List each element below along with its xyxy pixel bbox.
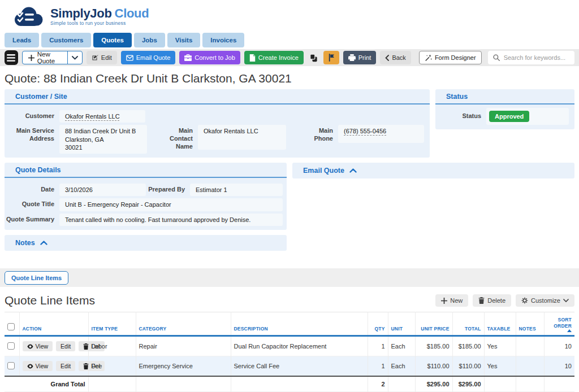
email-quote-section-toggle[interactable]: Email Quote <box>292 163 574 178</box>
cell-category: Repair <box>136 336 231 356</box>
cell-notes <box>516 336 544 356</box>
create-invoice-button[interactable]: Create Invoice <box>244 51 304 64</box>
search-input[interactable] <box>504 54 569 61</box>
sort-ascending-icon <box>567 329 572 332</box>
grand-total-row: Grand Total 2 $295.00 $295.00 <box>5 376 574 392</box>
notes-section-toggle[interactable]: Notes <box>5 235 287 251</box>
brand-name-secondary: Cloud <box>115 6 149 20</box>
printer-icon <box>348 54 356 61</box>
grand-total-label: Grand Total <box>5 376 88 392</box>
new-quote-button[interactable]: New Quote <box>23 51 67 64</box>
copy-button[interactable] <box>308 51 319 64</box>
cell-category: Emergency Service <box>136 356 231 377</box>
edit-row-button[interactable]: Edit <box>56 341 75 351</box>
table-row: View Edit Del Fee Emergency Service Serv… <box>5 356 574 377</box>
quote-summary-label: Quote Summary <box>5 214 59 224</box>
form-designer-button[interactable]: Form Designer <box>419 51 482 64</box>
col-notes: Notes <box>516 312 544 336</box>
view-row-button[interactable]: View <box>23 361 53 371</box>
prepared-by-field: Estimator 1 <box>190 184 283 196</box>
quote-summary-field: Tenant called with no cooling. Fast turn… <box>59 214 283 226</box>
line-items-table: Action Item Type Category Description Qt… <box>5 312 574 392</box>
flag-button[interactable] <box>323 51 339 64</box>
prepared-by-label: Prepared By <box>146 184 190 194</box>
cell-qty: 1 <box>368 356 388 377</box>
cell-taxable: Yes <box>484 356 516 377</box>
nav-tab-customers[interactable]: Customers <box>41 33 91 47</box>
chevron-down-icon <box>563 299 569 302</box>
nav-tab-quotes[interactable]: Quotes <box>93 33 132 47</box>
app-logo: SimplyJobCloud Simple tools to run your … <box>11 4 149 29</box>
contact-name-label: Main Contact Name <box>164 125 198 150</box>
address-field: 88 Indian Creek Dr Unit B Clarkston, GA … <box>59 125 147 154</box>
cell-qty: 1 <box>368 336 388 356</box>
notes-section-title: Notes <box>15 239 35 247</box>
invoice-file-icon <box>249 54 256 62</box>
contact-name-field: Okafor Rentals LLC <box>198 125 286 150</box>
plus-icon <box>28 55 34 61</box>
trash-icon <box>83 343 89 350</box>
new-line-item-button[interactable]: New <box>435 294 468 307</box>
cell-item-type: Labor <box>88 336 136 356</box>
tab-quote-line-items[interactable]: Quote Line Items <box>5 271 68 285</box>
email-quote-button[interactable]: Email Quote <box>121 51 176 64</box>
date-field: 3/10/2026 <box>59 184 146 196</box>
row-checkbox[interactable] <box>7 362 15 369</box>
nav-tab-leads[interactable]: Leads <box>5 33 39 47</box>
select-all-header <box>5 312 19 336</box>
email-quote-section-title: Email Quote <box>303 167 344 175</box>
cell-total: $110.00 <box>452 356 484 377</box>
nav-tab-jobs[interactable]: Jobs <box>134 33 165 47</box>
main-phone-link[interactable]: (678) 555-0456 <box>344 128 386 134</box>
brand-tagline: Simple tools to run your business <box>50 20 149 26</box>
toolbar: New Quote Edit Email Quote Convert to Jo… <box>0 49 579 66</box>
table-header-row: Action Item Type Category Description Qt… <box>5 312 574 336</box>
menu-button[interactable] <box>5 50 18 65</box>
new-quote-split-button: New Quote <box>22 51 83 64</box>
edit-row-button[interactable]: Edit <box>56 361 75 371</box>
briefcase-icon <box>184 54 192 61</box>
select-all-checkbox[interactable] <box>7 323 15 330</box>
status-badge: Approved <box>489 111 529 122</box>
address-label: Main Service Address <box>5 125 59 143</box>
app-header: SimplyJobCloud Simple tools to run your … <box>0 0 579 33</box>
delete-line-items-button[interactable]: Delete <box>473 294 511 307</box>
col-unit: Unit <box>388 312 415 336</box>
view-row-button[interactable]: View <box>23 341 53 351</box>
row-checkbox[interactable] <box>7 342 15 350</box>
new-quote-dropdown-toggle[interactable] <box>67 51 82 64</box>
cell-unit: Each <box>388 336 415 356</box>
gear-icon <box>521 297 528 304</box>
nav-tab-invoices[interactable]: Invoices <box>202 33 244 47</box>
edit-button[interactable]: Edit <box>87 51 117 64</box>
chevron-up-icon <box>40 241 47 245</box>
col-qty: Qty <box>368 312 388 336</box>
envelope-icon <box>126 55 133 61</box>
trash-icon <box>478 297 485 304</box>
grand-total-unit-price: $295.00 <box>415 376 452 392</box>
status-field: Approved <box>486 108 569 125</box>
convert-to-job-button[interactable]: Convert to Job <box>179 51 240 64</box>
quote-title-label: Quote Title <box>5 198 59 208</box>
chevron-down-icon <box>72 56 78 60</box>
customize-button[interactable]: Customize <box>516 294 574 307</box>
page-title: Quote: 88 Indian Creek Dr Unit B Clarkst… <box>5 72 574 85</box>
search-box <box>488 51 574 64</box>
customer-link[interactable]: Okafor Rentals LLC <box>65 113 120 120</box>
customer-field: Okafor Rentals LLC <box>59 110 145 123</box>
chevron-left-icon <box>385 55 389 61</box>
back-button[interactable]: Back <box>380 51 411 64</box>
customer-label: Customer <box>5 110 59 120</box>
col-taxable: Taxable <box>484 312 516 336</box>
cell-total: $185.00 <box>452 336 484 356</box>
col-sort-order[interactable]: Sort Order <box>544 312 574 336</box>
print-button[interactable]: Print <box>343 51 377 64</box>
status-panel: Status Status Approved <box>435 89 574 129</box>
col-action: Action <box>19 312 88 336</box>
col-category: Category <box>136 312 231 336</box>
nav-tab-visits[interactable]: Visits <box>167 33 200 47</box>
cell-notes <box>516 356 544 377</box>
quote-details-panel: Quote Details Date 3/10/2026 Prepared By… <box>5 163 287 230</box>
table-row: View Edit Del Labor Repair Dual Run Capa… <box>5 336 574 356</box>
status-label: Status <box>435 108 486 120</box>
